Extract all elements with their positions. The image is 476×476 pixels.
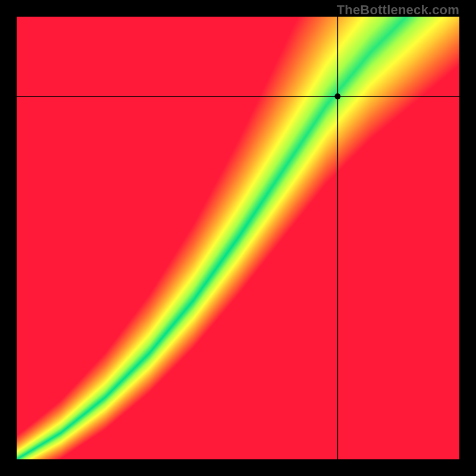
bottleneck-heatmap [17, 17, 459, 459]
watermark-label: TheBottleneck.com [337, 2, 459, 18]
chart-frame: TheBottleneck.com [0, 0, 476, 476]
